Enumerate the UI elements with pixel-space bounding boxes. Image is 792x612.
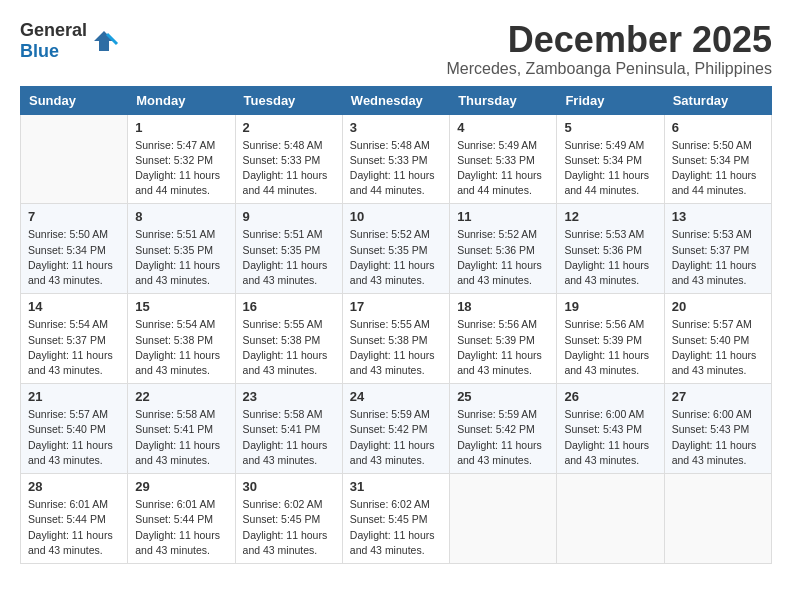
- calendar-cell: [557, 474, 664, 564]
- day-info: Sunrise: 5:48 AM Sunset: 5:33 PM Dayligh…: [243, 138, 335, 199]
- day-info: Sunrise: 5:54 AM Sunset: 5:37 PM Dayligh…: [28, 317, 120, 378]
- logo-icon: [89, 26, 119, 56]
- day-info: Sunrise: 5:53 AM Sunset: 5:36 PM Dayligh…: [564, 227, 656, 288]
- day-info: Sunrise: 5:58 AM Sunset: 5:41 PM Dayligh…: [135, 407, 227, 468]
- day-number: 29: [135, 479, 227, 494]
- calendar-cell: [21, 114, 128, 204]
- day-number: 5: [564, 120, 656, 135]
- day-info: Sunrise: 5:52 AM Sunset: 5:36 PM Dayligh…: [457, 227, 549, 288]
- day-info: Sunrise: 5:52 AM Sunset: 5:35 PM Dayligh…: [350, 227, 442, 288]
- calendar-week-row: 7Sunrise: 5:50 AM Sunset: 5:34 PM Daylig…: [21, 204, 772, 294]
- calendar-cell: 14Sunrise: 5:54 AM Sunset: 5:37 PM Dayli…: [21, 294, 128, 384]
- day-info: Sunrise: 5:55 AM Sunset: 5:38 PM Dayligh…: [243, 317, 335, 378]
- month-title: December 2025: [446, 20, 772, 60]
- day-info: Sunrise: 5:59 AM Sunset: 5:42 PM Dayligh…: [350, 407, 442, 468]
- calendar-cell: 21Sunrise: 5:57 AM Sunset: 5:40 PM Dayli…: [21, 384, 128, 474]
- calendar-cell: 16Sunrise: 5:55 AM Sunset: 5:38 PM Dayli…: [235, 294, 342, 384]
- day-number: 19: [564, 299, 656, 314]
- day-number: 6: [672, 120, 764, 135]
- day-number: 13: [672, 209, 764, 224]
- weekday-header-friday: Friday: [557, 86, 664, 114]
- logo-general: General: [20, 20, 87, 40]
- logo-blue: Blue: [20, 41, 59, 61]
- calendar-cell: 9Sunrise: 5:51 AM Sunset: 5:35 PM Daylig…: [235, 204, 342, 294]
- day-info: Sunrise: 5:56 AM Sunset: 5:39 PM Dayligh…: [564, 317, 656, 378]
- day-number: 28: [28, 479, 120, 494]
- calendar-cell: 7Sunrise: 5:50 AM Sunset: 5:34 PM Daylig…: [21, 204, 128, 294]
- calendar-week-row: 21Sunrise: 5:57 AM Sunset: 5:40 PM Dayli…: [21, 384, 772, 474]
- day-info: Sunrise: 5:49 AM Sunset: 5:34 PM Dayligh…: [564, 138, 656, 199]
- calendar-cell: 20Sunrise: 5:57 AM Sunset: 5:40 PM Dayli…: [664, 294, 771, 384]
- day-info: Sunrise: 6:00 AM Sunset: 5:43 PM Dayligh…: [672, 407, 764, 468]
- calendar-cell: 2Sunrise: 5:48 AM Sunset: 5:33 PM Daylig…: [235, 114, 342, 204]
- calendar-cell: 28Sunrise: 6:01 AM Sunset: 5:44 PM Dayli…: [21, 474, 128, 564]
- day-number: 22: [135, 389, 227, 404]
- calendar-cell: 22Sunrise: 5:58 AM Sunset: 5:41 PM Dayli…: [128, 384, 235, 474]
- calendar-table: SundayMondayTuesdayWednesdayThursdayFrid…: [20, 86, 772, 564]
- day-info: Sunrise: 5:51 AM Sunset: 5:35 PM Dayligh…: [243, 227, 335, 288]
- day-info: Sunrise: 5:55 AM Sunset: 5:38 PM Dayligh…: [350, 317, 442, 378]
- calendar-week-row: 28Sunrise: 6:01 AM Sunset: 5:44 PM Dayli…: [21, 474, 772, 564]
- calendar-cell: [450, 474, 557, 564]
- day-number: 17: [350, 299, 442, 314]
- calendar-cell: 3Sunrise: 5:48 AM Sunset: 5:33 PM Daylig…: [342, 114, 449, 204]
- day-info: Sunrise: 5:50 AM Sunset: 5:34 PM Dayligh…: [672, 138, 764, 199]
- day-number: 20: [672, 299, 764, 314]
- day-info: Sunrise: 5:47 AM Sunset: 5:32 PM Dayligh…: [135, 138, 227, 199]
- calendar-week-row: 1Sunrise: 5:47 AM Sunset: 5:32 PM Daylig…: [21, 114, 772, 204]
- day-number: 21: [28, 389, 120, 404]
- calendar-cell: 6Sunrise: 5:50 AM Sunset: 5:34 PM Daylig…: [664, 114, 771, 204]
- day-info: Sunrise: 6:00 AM Sunset: 5:43 PM Dayligh…: [564, 407, 656, 468]
- day-number: 4: [457, 120, 549, 135]
- calendar-cell: 25Sunrise: 5:59 AM Sunset: 5:42 PM Dayli…: [450, 384, 557, 474]
- day-number: 26: [564, 389, 656, 404]
- day-number: 24: [350, 389, 442, 404]
- weekday-header-wednesday: Wednesday: [342, 86, 449, 114]
- day-number: 30: [243, 479, 335, 494]
- day-info: Sunrise: 5:57 AM Sunset: 5:40 PM Dayligh…: [672, 317, 764, 378]
- day-info: Sunrise: 5:54 AM Sunset: 5:38 PM Dayligh…: [135, 317, 227, 378]
- weekday-header-thursday: Thursday: [450, 86, 557, 114]
- weekday-header-saturday: Saturday: [664, 86, 771, 114]
- calendar-cell: 4Sunrise: 5:49 AM Sunset: 5:33 PM Daylig…: [450, 114, 557, 204]
- calendar-cell: 17Sunrise: 5:55 AM Sunset: 5:38 PM Dayli…: [342, 294, 449, 384]
- day-info: Sunrise: 5:58 AM Sunset: 5:41 PM Dayligh…: [243, 407, 335, 468]
- day-number: 11: [457, 209, 549, 224]
- calendar-cell: 26Sunrise: 6:00 AM Sunset: 5:43 PM Dayli…: [557, 384, 664, 474]
- day-info: Sunrise: 5:57 AM Sunset: 5:40 PM Dayligh…: [28, 407, 120, 468]
- calendar-cell: 15Sunrise: 5:54 AM Sunset: 5:38 PM Dayli…: [128, 294, 235, 384]
- calendar-cell: 23Sunrise: 5:58 AM Sunset: 5:41 PM Dayli…: [235, 384, 342, 474]
- day-number: 9: [243, 209, 335, 224]
- day-number: 10: [350, 209, 442, 224]
- day-number: 8: [135, 209, 227, 224]
- weekday-header-tuesday: Tuesday: [235, 86, 342, 114]
- day-number: 23: [243, 389, 335, 404]
- day-info: Sunrise: 6:02 AM Sunset: 5:45 PM Dayligh…: [243, 497, 335, 558]
- day-number: 7: [28, 209, 120, 224]
- logo-text: General Blue: [20, 20, 87, 62]
- day-number: 31: [350, 479, 442, 494]
- calendar-cell: 11Sunrise: 5:52 AM Sunset: 5:36 PM Dayli…: [450, 204, 557, 294]
- weekday-header-row: SundayMondayTuesdayWednesdayThursdayFrid…: [21, 86, 772, 114]
- day-number: 1: [135, 120, 227, 135]
- calendar-cell: 8Sunrise: 5:51 AM Sunset: 5:35 PM Daylig…: [128, 204, 235, 294]
- day-info: Sunrise: 5:48 AM Sunset: 5:33 PM Dayligh…: [350, 138, 442, 199]
- day-info: Sunrise: 6:01 AM Sunset: 5:44 PM Dayligh…: [28, 497, 120, 558]
- calendar-cell: 30Sunrise: 6:02 AM Sunset: 5:45 PM Dayli…: [235, 474, 342, 564]
- day-number: 2: [243, 120, 335, 135]
- calendar-cell: 5Sunrise: 5:49 AM Sunset: 5:34 PM Daylig…: [557, 114, 664, 204]
- calendar-cell: 24Sunrise: 5:59 AM Sunset: 5:42 PM Dayli…: [342, 384, 449, 474]
- day-info: Sunrise: 5:59 AM Sunset: 5:42 PM Dayligh…: [457, 407, 549, 468]
- day-info: Sunrise: 5:49 AM Sunset: 5:33 PM Dayligh…: [457, 138, 549, 199]
- calendar-cell: 31Sunrise: 6:02 AM Sunset: 5:45 PM Dayli…: [342, 474, 449, 564]
- calendar-cell: 1Sunrise: 5:47 AM Sunset: 5:32 PM Daylig…: [128, 114, 235, 204]
- weekday-header-monday: Monday: [128, 86, 235, 114]
- day-number: 3: [350, 120, 442, 135]
- day-info: Sunrise: 6:02 AM Sunset: 5:45 PM Dayligh…: [350, 497, 442, 558]
- day-number: 27: [672, 389, 764, 404]
- calendar-cell: 10Sunrise: 5:52 AM Sunset: 5:35 PM Dayli…: [342, 204, 449, 294]
- calendar-cell: 19Sunrise: 5:56 AM Sunset: 5:39 PM Dayli…: [557, 294, 664, 384]
- logo: General Blue: [20, 20, 119, 62]
- day-number: 15: [135, 299, 227, 314]
- day-number: 16: [243, 299, 335, 314]
